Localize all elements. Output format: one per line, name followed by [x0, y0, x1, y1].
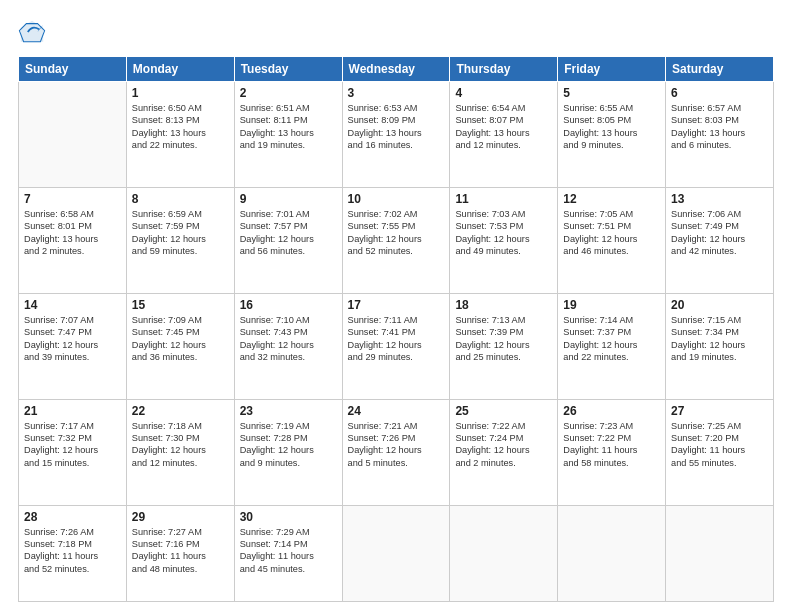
day-info: Sunrise: 7:19 AMSunset: 7:28 PMDaylight:… — [240, 420, 337, 470]
day-number: 29 — [132, 510, 229, 524]
calendar-table: Sunday Monday Tuesday Wednesday Thursday… — [18, 56, 774, 602]
header-sunday: Sunday — [19, 57, 127, 82]
calendar-cell: 28Sunrise: 7:26 AMSunset: 7:18 PMDayligh… — [19, 505, 127, 602]
day-info: Sunrise: 7:07 AMSunset: 7:47 PMDaylight:… — [24, 314, 121, 364]
day-number: 27 — [671, 404, 768, 418]
calendar-cell: 16Sunrise: 7:10 AMSunset: 7:43 PMDayligh… — [234, 293, 342, 399]
day-info: Sunrise: 7:29 AMSunset: 7:14 PMDaylight:… — [240, 526, 337, 576]
calendar-cell — [342, 505, 450, 602]
day-info: Sunrise: 7:01 AMSunset: 7:57 PMDaylight:… — [240, 208, 337, 258]
day-info: Sunrise: 6:57 AMSunset: 8:03 PMDaylight:… — [671, 102, 768, 152]
calendar-cell: 7Sunrise: 6:58 AMSunset: 8:01 PMDaylight… — [19, 187, 127, 293]
calendar-cell: 30Sunrise: 7:29 AMSunset: 7:14 PMDayligh… — [234, 505, 342, 602]
header-friday: Friday — [558, 57, 666, 82]
calendar-cell: 21Sunrise: 7:17 AMSunset: 7:32 PMDayligh… — [19, 399, 127, 505]
day-info: Sunrise: 7:15 AMSunset: 7:34 PMDaylight:… — [671, 314, 768, 364]
day-info: Sunrise: 7:02 AMSunset: 7:55 PMDaylight:… — [348, 208, 445, 258]
day-info: Sunrise: 7:17 AMSunset: 7:32 PMDaylight:… — [24, 420, 121, 470]
calendar-cell: 3Sunrise: 6:53 AMSunset: 8:09 PMDaylight… — [342, 82, 450, 188]
day-info: Sunrise: 7:06 AMSunset: 7:49 PMDaylight:… — [671, 208, 768, 258]
calendar-cell: 18Sunrise: 7:13 AMSunset: 7:39 PMDayligh… — [450, 293, 558, 399]
day-number: 11 — [455, 192, 552, 206]
calendar-cell: 6Sunrise: 6:57 AMSunset: 8:03 PMDaylight… — [666, 82, 774, 188]
day-number: 23 — [240, 404, 337, 418]
calendar-cell — [558, 505, 666, 602]
day-number: 4 — [455, 86, 552, 100]
day-info: Sunrise: 6:54 AMSunset: 8:07 PMDaylight:… — [455, 102, 552, 152]
calendar-cell: 29Sunrise: 7:27 AMSunset: 7:16 PMDayligh… — [126, 505, 234, 602]
page-header — [18, 18, 774, 46]
header-monday: Monday — [126, 57, 234, 82]
day-number: 22 — [132, 404, 229, 418]
day-info: Sunrise: 7:10 AMSunset: 7:43 PMDaylight:… — [240, 314, 337, 364]
day-info: Sunrise: 7:23 AMSunset: 7:22 PMDaylight:… — [563, 420, 660, 470]
calendar-cell: 19Sunrise: 7:14 AMSunset: 7:37 PMDayligh… — [558, 293, 666, 399]
header-tuesday: Tuesday — [234, 57, 342, 82]
day-number: 17 — [348, 298, 445, 312]
calendar-cell: 13Sunrise: 7:06 AMSunset: 7:49 PMDayligh… — [666, 187, 774, 293]
calendar-cell — [666, 505, 774, 602]
calendar-cell: 24Sunrise: 7:21 AMSunset: 7:26 PMDayligh… — [342, 399, 450, 505]
day-info: Sunrise: 7:09 AMSunset: 7:45 PMDaylight:… — [132, 314, 229, 364]
day-number: 12 — [563, 192, 660, 206]
calendar-cell: 10Sunrise: 7:02 AMSunset: 7:55 PMDayligh… — [342, 187, 450, 293]
day-number: 14 — [24, 298, 121, 312]
day-number: 8 — [132, 192, 229, 206]
generalblue-logo-icon — [18, 18, 46, 46]
calendar-cell — [450, 505, 558, 602]
day-number: 1 — [132, 86, 229, 100]
header-wednesday: Wednesday — [342, 57, 450, 82]
day-number: 15 — [132, 298, 229, 312]
day-number: 3 — [348, 86, 445, 100]
day-info: Sunrise: 6:53 AMSunset: 8:09 PMDaylight:… — [348, 102, 445, 152]
calendar-cell: 5Sunrise: 6:55 AMSunset: 8:05 PMDaylight… — [558, 82, 666, 188]
day-info: Sunrise: 7:13 AMSunset: 7:39 PMDaylight:… — [455, 314, 552, 364]
day-info: Sunrise: 7:05 AMSunset: 7:51 PMDaylight:… — [563, 208, 660, 258]
day-info: Sunrise: 7:25 AMSunset: 7:20 PMDaylight:… — [671, 420, 768, 470]
calendar-cell: 14Sunrise: 7:07 AMSunset: 7:47 PMDayligh… — [19, 293, 127, 399]
day-info: Sunrise: 7:14 AMSunset: 7:37 PMDaylight:… — [563, 314, 660, 364]
day-number: 19 — [563, 298, 660, 312]
day-info: Sunrise: 7:18 AMSunset: 7:30 PMDaylight:… — [132, 420, 229, 470]
calendar-cell: 12Sunrise: 7:05 AMSunset: 7:51 PMDayligh… — [558, 187, 666, 293]
calendar-cell: 20Sunrise: 7:15 AMSunset: 7:34 PMDayligh… — [666, 293, 774, 399]
day-number: 6 — [671, 86, 768, 100]
day-number: 21 — [24, 404, 121, 418]
day-number: 25 — [455, 404, 552, 418]
weekday-header-row: Sunday Monday Tuesday Wednesday Thursday… — [19, 57, 774, 82]
calendar-cell: 23Sunrise: 7:19 AMSunset: 7:28 PMDayligh… — [234, 399, 342, 505]
day-number: 10 — [348, 192, 445, 206]
calendar-cell: 27Sunrise: 7:25 AMSunset: 7:20 PMDayligh… — [666, 399, 774, 505]
calendar-cell: 22Sunrise: 7:18 AMSunset: 7:30 PMDayligh… — [126, 399, 234, 505]
day-number: 18 — [455, 298, 552, 312]
calendar-cell: 25Sunrise: 7:22 AMSunset: 7:24 PMDayligh… — [450, 399, 558, 505]
day-info: Sunrise: 6:51 AMSunset: 8:11 PMDaylight:… — [240, 102, 337, 152]
calendar-cell: 11Sunrise: 7:03 AMSunset: 7:53 PMDayligh… — [450, 187, 558, 293]
day-info: Sunrise: 7:27 AMSunset: 7:16 PMDaylight:… — [132, 526, 229, 576]
calendar-week-row: 7Sunrise: 6:58 AMSunset: 8:01 PMDaylight… — [19, 187, 774, 293]
day-info: Sunrise: 6:59 AMSunset: 7:59 PMDaylight:… — [132, 208, 229, 258]
calendar-cell: 4Sunrise: 6:54 AMSunset: 8:07 PMDaylight… — [450, 82, 558, 188]
day-info: Sunrise: 7:11 AMSunset: 7:41 PMDaylight:… — [348, 314, 445, 364]
header-thursday: Thursday — [450, 57, 558, 82]
day-number: 16 — [240, 298, 337, 312]
calendar-cell — [19, 82, 127, 188]
day-number: 30 — [240, 510, 337, 524]
day-info: Sunrise: 7:21 AMSunset: 7:26 PMDaylight:… — [348, 420, 445, 470]
day-number: 13 — [671, 192, 768, 206]
day-number: 5 — [563, 86, 660, 100]
calendar-week-row: 14Sunrise: 7:07 AMSunset: 7:47 PMDayligh… — [19, 293, 774, 399]
day-number: 20 — [671, 298, 768, 312]
calendar-cell: 8Sunrise: 6:59 AMSunset: 7:59 PMDaylight… — [126, 187, 234, 293]
day-info: Sunrise: 6:58 AMSunset: 8:01 PMDaylight:… — [24, 208, 121, 258]
day-number: 9 — [240, 192, 337, 206]
calendar-cell: 2Sunrise: 6:51 AMSunset: 8:11 PMDaylight… — [234, 82, 342, 188]
day-number: 7 — [24, 192, 121, 206]
calendar-week-row: 21Sunrise: 7:17 AMSunset: 7:32 PMDayligh… — [19, 399, 774, 505]
calendar-week-row: 1Sunrise: 6:50 AMSunset: 8:13 PMDaylight… — [19, 82, 774, 188]
calendar-week-row: 28Sunrise: 7:26 AMSunset: 7:18 PMDayligh… — [19, 505, 774, 602]
day-number: 26 — [563, 404, 660, 418]
calendar-cell: 9Sunrise: 7:01 AMSunset: 7:57 PMDaylight… — [234, 187, 342, 293]
logo — [18, 18, 50, 46]
calendar-cell: 15Sunrise: 7:09 AMSunset: 7:45 PMDayligh… — [126, 293, 234, 399]
